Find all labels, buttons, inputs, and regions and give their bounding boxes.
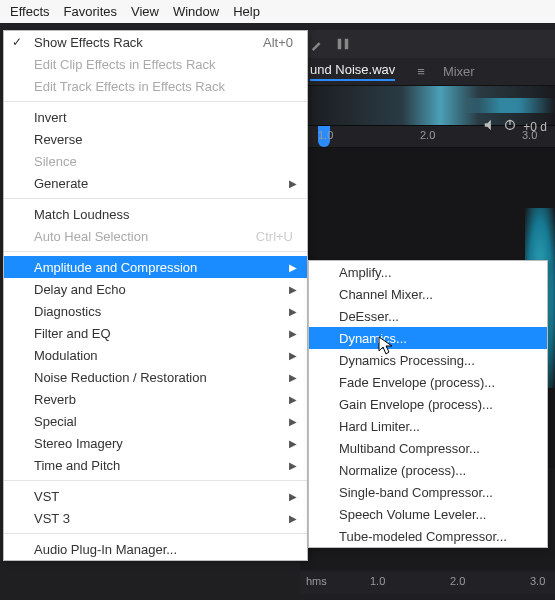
menu-item-label: Generate [34,176,88,191]
volume-icon[interactable] [483,118,497,135]
menu-help[interactable]: Help [233,4,260,19]
menu-item-reverb[interactable]: Reverb ▶ [4,388,307,410]
menu-view[interactable]: View [131,4,159,19]
tab-menu-icon[interactable]: ≡ [417,64,425,79]
menu-item-amplitude-compression[interactable]: Amplitude and Compression ▶ [4,256,307,278]
menu-item-label: Silence [34,154,77,169]
submenu-arrow-icon: ▶ [289,262,297,273]
menu-item-delay-echo[interactable]: Delay and Echo ▶ [4,278,307,300]
menu-item-label: Time and Pitch [34,458,120,473]
menu-item-filter-eq[interactable]: Filter and EQ ▶ [4,322,307,344]
submenu-item-normalize[interactable]: Normalize (process)... [309,459,547,481]
menu-item-match-loudness[interactable]: Match Loudness [4,203,307,225]
submenu-item-fade-envelope[interactable]: Fade Envelope (process)... [309,371,547,393]
menu-separator [4,101,307,102]
submenu-item-hard-limiter[interactable]: Hard Limiter... [309,415,547,437]
submenu-arrow-icon: ▶ [289,178,297,189]
menu-shortcut: Ctrl+U [226,229,293,244]
tab-mixer[interactable]: Mixer [443,64,475,79]
tool-icon[interactable] [336,37,350,51]
menu-item-label: Dynamics Processing... [339,353,475,368]
menu-item-label: Stereo Imagery [34,436,123,451]
menubar: Effects Favorites View Window Help [0,0,555,23]
menu-item-label: VST [34,489,59,504]
menu-item-label: Dynamics... [339,331,407,346]
submenu-item-speech-leveler[interactable]: Speech Volume Leveler... [309,503,547,525]
submenu-item-dynamics[interactable]: Dynamics... [309,327,547,349]
menu-item-label: Single-band Compressor... [339,485,493,500]
menu-item-edit-track-effects: Edit Track Effects in Effects Rack [4,75,307,97]
menu-item-invert[interactable]: Invert [4,106,307,128]
menu-item-auto-heal: Auto Heal Selection Ctrl+U [4,225,307,247]
menu-item-vst3[interactable]: VST 3 ▶ [4,507,307,529]
menu-item-generate[interactable]: Generate ▶ [4,172,307,194]
menu-item-label: Noise Reduction / Restoration [34,370,207,385]
menu-item-edit-clip-effects: Edit Clip Effects in Effects Rack [4,53,307,75]
menu-item-label: Gain Envelope (process)... [339,397,493,412]
menu-item-label: Channel Mixer... [339,287,433,302]
menu-item-label: Hard Limiter... [339,419,420,434]
menu-item-label: Amplitude and Compression [34,260,197,275]
menu-item-label: VST 3 [34,511,70,526]
submenu-item-channel-mixer[interactable]: Channel Mixer... [309,283,547,305]
ruler-unit-label: hms [306,575,327,587]
submenu-arrow-icon: ▶ [289,416,297,427]
menu-separator [4,251,307,252]
submenu-arrow-icon: ▶ [289,438,297,449]
power-icon[interactable] [503,118,517,135]
menu-item-label: Speech Volume Leveler... [339,507,486,522]
toolbar [300,30,555,58]
amplitude-compression-submenu: Amplify... Channel Mixer... DeEsser... D… [308,260,548,548]
effects-menu: ✓ Show Effects Rack Alt+0 Edit Clip Effe… [3,30,308,561]
ruler-tick: 1.0 [370,575,385,587]
menu-item-vst[interactable]: VST ▶ [4,485,307,507]
menu-window[interactable]: Window [173,4,219,19]
menu-item-modulation[interactable]: Modulation ▶ [4,344,307,366]
menu-item-show-effects-rack[interactable]: ✓ Show Effects Rack Alt+0 [4,31,307,53]
menu-item-label: Delay and Echo [34,282,126,297]
menu-separator [4,533,307,534]
menu-item-label: Invert [34,110,67,125]
submenu-arrow-icon: ▶ [289,306,297,317]
menu-item-label: Show Effects Rack [34,35,143,50]
menu-item-label: Normalize (process)... [339,463,466,478]
menu-favorites[interactable]: Favorites [64,4,117,19]
tool-icon[interactable] [310,37,324,51]
menu-item-noise-reduction[interactable]: Noise Reduction / Restoration ▶ [4,366,307,388]
submenu-arrow-icon: ▶ [289,513,297,524]
time-ruler-bottom[interactable]: hms 1.0 2.0 3.0 [300,572,555,594]
submenu-arrow-icon: ▶ [289,372,297,383]
submenu-item-singleband-compressor[interactable]: Single-band Compressor... [309,481,547,503]
menu-item-label: Edit Track Effects in Effects Rack [34,79,225,94]
tabbar: und Noise.wav ≡ Mixer [300,58,555,86]
menu-item-reverse[interactable]: Reverse [4,128,307,150]
menu-separator [4,198,307,199]
submenu-item-gain-envelope[interactable]: Gain Envelope (process)... [309,393,547,415]
ruler-tick: 1.0 [318,129,333,141]
submenu-item-multiband-compressor[interactable]: Multiband Compressor... [309,437,547,459]
menu-item-label: Modulation [34,348,98,363]
menu-effects[interactable]: Effects [10,4,50,19]
tab-active-file[interactable]: und Noise.wav [310,62,395,81]
submenu-arrow-icon: ▶ [289,350,297,361]
menu-item-time-pitch[interactable]: Time and Pitch ▶ [4,454,307,476]
menu-item-plugin-manager[interactable]: Audio Plug-In Manager... [4,538,307,560]
checkmark-icon: ✓ [12,35,22,49]
submenu-item-dynamics-processing[interactable]: Dynamics Processing... [309,349,547,371]
submenu-item-amplify[interactable]: Amplify... [309,261,547,283]
menu-item-label: Edit Clip Effects in Effects Rack [34,57,216,72]
menu-separator [4,480,307,481]
menu-item-label: Auto Heal Selection [34,229,148,244]
menu-item-stereo-imagery[interactable]: Stereo Imagery ▶ [4,432,307,454]
svg-rect-0 [338,39,342,50]
submenu-item-tube-compressor[interactable]: Tube-modeled Compressor... [309,525,547,547]
menu-item-special[interactable]: Special ▶ [4,410,307,432]
svg-rect-1 [345,39,349,50]
submenu-arrow-icon: ▶ [289,491,297,502]
menu-item-label: Reverse [34,132,82,147]
menu-item-diagnostics[interactable]: Diagnostics ▶ [4,300,307,322]
menu-shortcut: Alt+0 [233,35,293,50]
submenu-item-deesser[interactable]: DeEsser... [309,305,547,327]
ruler-tick: 3.0 [530,575,545,587]
menu-item-label: Audio Plug-In Manager... [34,542,177,557]
